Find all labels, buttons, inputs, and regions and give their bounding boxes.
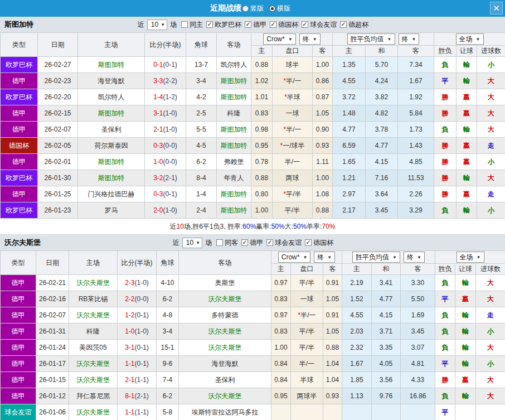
score-cell: 1-4(1-2) (145, 89, 186, 105)
league-filter[interactable]: 欧罗巴杯 (206, 20, 241, 30)
corners: 2-4 (186, 202, 217, 219)
summary-segment: 10 (177, 223, 184, 230)
league-filters: 德甲球会友谊德国杯 (238, 238, 333, 248)
section-bar-stuttgart: 斯图加特 近 10 ▼ 场 同主 欧罗巴杯德甲德国杯球会友谊德超杯 (0, 17, 505, 32)
handicap-away-odds: 1.04 (323, 372, 342, 388)
col-date: 日期 (38, 33, 78, 57)
away-team: 斯图加特 (217, 89, 251, 105)
match-row: 德甲26-01-17沃尔夫斯堡1-1(0-1)9-6海登海默0.84半/一1.0… (1, 356, 505, 372)
competition-badge: 球会友谊 (1, 404, 36, 420)
col-odds-home: 主 (251, 46, 273, 57)
same-away-filter[interactable]: 同客 (216, 238, 238, 248)
handicap-home-odds: 0.80 (251, 186, 273, 202)
title-bar: 近期战绩 竖版 横版 ✕ (0, 0, 505, 17)
result-flag: 負 (434, 122, 457, 138)
handicap-away-odds: 1.00 (313, 57, 333, 73)
bookmaker-select[interactable]: Crow*▼ (278, 252, 311, 263)
horizontal-layout-label: 横版 (277, 4, 290, 13)
avg-home-odds: 1.65 (333, 154, 366, 170)
league-filter[interactable]: 德甲 (245, 20, 266, 30)
handicap-away-odds (323, 404, 342, 420)
handicap-line: *半/一 (273, 122, 313, 138)
handicap-group-header: Crow*▼终▼ (251, 33, 333, 46)
half-time-score: (0-1) (135, 344, 149, 351)
goals-flag: 大 (476, 372, 505, 388)
league-filter-label: 球会友谊 (275, 238, 302, 248)
avg-away-odds: 1.69 (401, 307, 435, 324)
league-checkbox[interactable] (206, 21, 213, 28)
goals-flag: 走 (477, 186, 505, 202)
summary-segment: 50% (293, 223, 307, 230)
competition-badge: 欧罗巴杯 (1, 89, 38, 105)
same-away-checkbox[interactable] (216, 239, 223, 246)
league-filter[interactable]: 德超杯 (340, 20, 368, 30)
avg-draw-odds: 3.71 (372, 324, 401, 340)
half-time-score: (1-0) (163, 125, 177, 133)
same-home-filter[interactable]: 同主 (181, 20, 203, 30)
league-filter[interactable]: 球会友谊 (302, 20, 337, 30)
scope-select[interactable]: 全场▼ (456, 33, 484, 45)
avg-select[interactable]: 胜平负均值▼ (352, 252, 400, 263)
corners: 6-2 (157, 291, 179, 307)
avg-draw-odds: 3.35 (372, 340, 401, 356)
match-row: 欧罗巴杯26-01-30斯图加特3-2(2-1)8-4年青人0.88两球1.00… (1, 170, 505, 186)
final-select[interactable]: 终▼ (314, 252, 335, 263)
match-row: 德国杯26-02-05荷尔斯泰因0-3(0-0)4-5斯图加特0.95*一/球半… (1, 138, 505, 154)
avg-away-odds: 5.50 (401, 291, 435, 307)
competition-badge: 德甲 (1, 291, 36, 307)
chevron-down-icon: ▼ (327, 255, 332, 260)
league-filter[interactable]: 德国杯 (305, 238, 333, 248)
league-checkbox[interactable] (302, 21, 308, 28)
league-checkbox[interactable] (241, 239, 248, 246)
avg-draw-odds: 4.77 (366, 138, 398, 154)
handicap-away-odds: 0.93 (323, 388, 342, 404)
league-checkbox[interactable] (270, 21, 276, 28)
league-checkbox[interactable] (305, 239, 312, 246)
league-checkbox[interactable] (340, 21, 347, 28)
summary-segment: 场,胜6平1负3, 胜率: (184, 222, 242, 231)
home-team: 沃尔夫斯堡 (69, 372, 118, 388)
handicap-result-flag: 輸 (455, 388, 476, 404)
bookmaker-select[interactable]: Crow*▼ (263, 33, 296, 45)
score-cell: 1-1(0-1) (118, 356, 157, 372)
full-time-score: 2-1 (153, 125, 163, 133)
home-team: 斯图加特 (78, 154, 145, 170)
handicap-line: *一/球半 (273, 138, 313, 154)
handicap-away-odds: 1.05 (313, 105, 333, 122)
avg-final-select[interactable]: 终▼ (404, 252, 425, 263)
avg-select[interactable]: 胜平负均值▼ (347, 33, 395, 45)
goals-flag: 大 (477, 122, 505, 138)
final-select[interactable]: 终▼ (299, 33, 321, 45)
league-filter[interactable]: 球会友谊 (266, 238, 302, 248)
goals-flag: 小 (476, 356, 505, 372)
goals-flag: 大 (477, 73, 505, 89)
avg-draw-odds: 4.05 (372, 356, 401, 372)
avg-home-odds: 2.32 (342, 340, 372, 356)
match-count-select[interactable]: 10 ▼ (182, 238, 202, 248)
full-time-score: 1-1 (125, 408, 134, 416)
league-filter[interactable]: 德国杯 (270, 20, 298, 30)
match-row: 德甲26-02-21沃尔夫斯堡2-3(1-0)4-10奥斯堡0.97平/半0.9… (1, 275, 505, 291)
handicap-line: 平/半 (273, 202, 313, 219)
scope-select[interactable]: 全场▼ (457, 252, 484, 263)
vertical-layout-radio[interactable] (242, 6, 249, 12)
match-count-select[interactable]: 10 ▼ (147, 20, 167, 30)
league-checkbox[interactable] (245, 21, 251, 28)
home-team: 沃尔夫斯堡 (69, 356, 118, 372)
col-avg-draw: 和 (372, 264, 401, 275)
same-home-checkbox[interactable] (181, 21, 188, 28)
league-filter[interactable]: 德甲 (241, 238, 263, 248)
result-flag: 負 (435, 275, 455, 291)
match-date: 26-02-01 (38, 154, 78, 170)
handicap-line: 平/半 (291, 324, 323, 340)
close-icon[interactable]: ✕ (490, 2, 503, 15)
league-checkbox[interactable] (266, 239, 273, 246)
col-away: 客场 (179, 251, 271, 275)
horizontal-layout-radio[interactable] (269, 6, 275, 12)
result-flag: 負 (434, 202, 457, 219)
avg-final-select[interactable]: 终▼ (399, 33, 420, 45)
handicap-away-odds: 1.08 (313, 186, 333, 202)
handicap-result-flag: 贏 (455, 372, 476, 388)
corners: 1-4 (186, 186, 217, 202)
home-team: 沃尔夫斯堡 (69, 307, 118, 324)
